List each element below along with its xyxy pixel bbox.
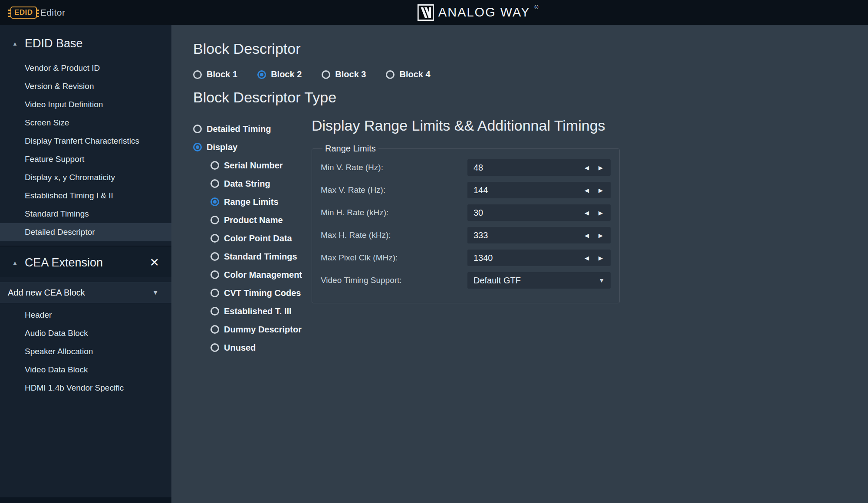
sidebar-item-version-revision[interactable]: Version & Revision (0, 77, 171, 95)
increment-icon[interactable]: ▶ (597, 210, 605, 216)
radio-circle[interactable] (193, 125, 202, 133)
radio-block-2[interactable]: Block 2 (257, 69, 302, 79)
sidebar-item-hdmi-vendor-specific[interactable]: HDMI 1.4b Vendor Specific (0, 379, 171, 397)
radio-label[interactable]: Block 1 (207, 69, 237, 79)
radio-serial-number[interactable]: Serial Number (210, 156, 312, 174)
increment-icon[interactable]: ▶ (597, 255, 605, 261)
radio-established-t-iii[interactable]: Established T. III (210, 302, 312, 320)
collapse-up-icon[interactable]: ▲ (12, 260, 18, 266)
sidebar: ▲ EDID Base Vendor & Product ID Version … (0, 25, 171, 503)
radio-circle[interactable] (386, 70, 395, 79)
max-pixel-clk-input[interactable]: 1340 ◀ ▶ (467, 250, 611, 266)
radio-circle[interactable] (193, 143, 202, 151)
radio-label[interactable]: Detailed Timing (207, 124, 271, 134)
field-label: Max V. Rate (Hz): (321, 185, 467, 195)
increment-icon[interactable]: ▶ (597, 164, 605, 171)
radio-dummy-descriptor[interactable]: Dummy Descriptor (210, 320, 312, 339)
radio-label[interactable]: Established T. III (224, 306, 292, 316)
field-value[interactable]: 144 (473, 185, 583, 195)
video-timing-support-select[interactable]: Default GTF ▼ (467, 272, 611, 289)
radio-label[interactable]: Standard Timings (224, 252, 297, 262)
radio-label[interactable]: Display (207, 142, 237, 152)
sidebar-item-display-chromaticity[interactable]: Display x, y Chromaticity (0, 168, 171, 187)
selected-option[interactable]: Default GTF (473, 276, 598, 286)
radio-circle[interactable] (210, 307, 219, 316)
radio-circle[interactable] (322, 70, 330, 79)
radio-label[interactable]: Block 2 (271, 69, 302, 79)
sidebar-item-audio-data-block[interactable]: Audio Data Block (0, 324, 171, 342)
radio-label[interactable]: Product Name (224, 215, 283, 225)
field-value[interactable]: 1340 (473, 253, 583, 263)
radio-label[interactable]: Color Management (224, 270, 302, 280)
decrement-icon[interactable]: ◀ (583, 210, 591, 216)
sidebar-item-video-input-definition[interactable]: Video Input Definition (0, 95, 171, 114)
radio-circle[interactable] (210, 161, 219, 170)
chevron-down-icon[interactable]: ▼ (152, 289, 158, 296)
radio-label[interactable]: Serial Number (224, 161, 283, 171)
radio-label[interactable]: Dummy Descriptor (224, 325, 302, 335)
radio-unused[interactable]: Unused (210, 339, 312, 357)
decrement-icon[interactable]: ◀ (583, 232, 591, 239)
radio-circle[interactable] (257, 70, 266, 79)
radio-label[interactable]: CVT Timing Codes (224, 288, 301, 298)
chevron-down-icon[interactable]: ▼ (598, 277, 605, 284)
radio-standard-timings[interactable]: Standard Timings (210, 247, 312, 266)
sidebar-item-speaker-allocation[interactable]: Speaker Allocation (0, 342, 171, 361)
increment-icon[interactable]: ▶ (597, 187, 605, 194)
close-icon[interactable]: ✕ (149, 257, 159, 269)
brand-registered-mark: ® (535, 4, 539, 10)
sidebar-item-display-transfer-characteristics[interactable]: Display Tranfert Characteristics (0, 132, 171, 150)
sidebar-section-cea-extension[interactable]: ▲ CEA Extension ✕ (0, 246, 171, 277)
radio-circle[interactable] (210, 197, 219, 206)
add-cea-block-dropdown[interactable]: Add new CEA Block ▼ (0, 282, 171, 303)
max-h-rate-input[interactable]: 333 ◀ ▶ (467, 227, 611, 243)
radio-label[interactable]: Block 4 (399, 69, 430, 79)
radio-circle[interactable] (210, 179, 219, 188)
sidebar-item-header[interactable]: Header (0, 306, 171, 324)
sidebar-item-video-data-block[interactable]: Video Data Block (0, 361, 171, 379)
increment-icon[interactable]: ▶ (597, 232, 605, 239)
sidebar-item-feature-support[interactable]: Feature Support (0, 150, 171, 168)
sidebar-item-detailed-descriptor[interactable]: Detailed Descriptor (0, 223, 171, 241)
radio-circle[interactable] (210, 270, 219, 279)
radio-display[interactable]: Display (193, 138, 312, 156)
radio-product-name[interactable]: Product Name (210, 211, 312, 229)
sidebar-item-screen-size[interactable]: Screen Size (0, 114, 171, 132)
radio-block-4[interactable]: Block 4 (386, 69, 430, 79)
field-value[interactable]: 30 (473, 208, 583, 218)
radio-circle[interactable] (210, 216, 219, 224)
radio-label[interactable]: Unused (224, 343, 256, 353)
radio-detailed-timing[interactable]: Detailed Timing (193, 120, 312, 138)
radio-range-limits[interactable]: Range Limits (210, 193, 312, 211)
radio-block-3[interactable]: Block 3 (322, 69, 366, 79)
radio-circle[interactable] (193, 70, 202, 79)
radio-label[interactable]: Data String (224, 179, 270, 189)
radio-circle[interactable] (210, 343, 219, 352)
radio-label[interactable]: Block 3 (335, 69, 366, 79)
field-value[interactable]: 48 (473, 163, 583, 173)
radio-cvt-timing-codes[interactable]: CVT Timing Codes (210, 284, 312, 302)
min-h-rate-input[interactable]: 30 ◀ ▶ (467, 204, 611, 221)
sidebar-item-standard-timings[interactable]: Standard Timings (0, 205, 171, 223)
sidebar-item-vendor-product-id[interactable]: Vendor & Product ID (0, 59, 171, 77)
radio-circle[interactable] (210, 289, 219, 297)
radio-color-management[interactable]: Color Management (210, 266, 312, 284)
max-v-rate-input[interactable]: 144 ◀ ▶ (467, 182, 611, 198)
collapse-up-icon[interactable]: ▲ (12, 41, 18, 46)
sidebar-item-established-timing[interactable]: Established Timing I & II (0, 187, 171, 205)
field-label: Min H. Rate (kHz): (321, 208, 467, 217)
radio-circle[interactable] (210, 252, 219, 261)
radio-circle[interactable] (210, 325, 219, 334)
radio-block-1[interactable]: Block 1 (193, 69, 237, 79)
field-value[interactable]: 333 (473, 230, 583, 240)
decrement-icon[interactable]: ◀ (583, 255, 591, 261)
sidebar-section-edid-base[interactable]: ▲ EDID Base (0, 25, 171, 56)
radio-label[interactable]: Color Point Data (224, 233, 292, 243)
radio-data-string[interactable]: Data String (210, 174, 312, 193)
radio-color-point-data[interactable]: Color Point Data (210, 229, 312, 247)
min-v-rate-input[interactable]: 48 ◀ ▶ (467, 159, 611, 176)
radio-circle[interactable] (210, 234, 219, 243)
decrement-icon[interactable]: ◀ (583, 187, 591, 194)
radio-label[interactable]: Range Limits (224, 197, 279, 207)
decrement-icon[interactable]: ◀ (583, 164, 591, 171)
